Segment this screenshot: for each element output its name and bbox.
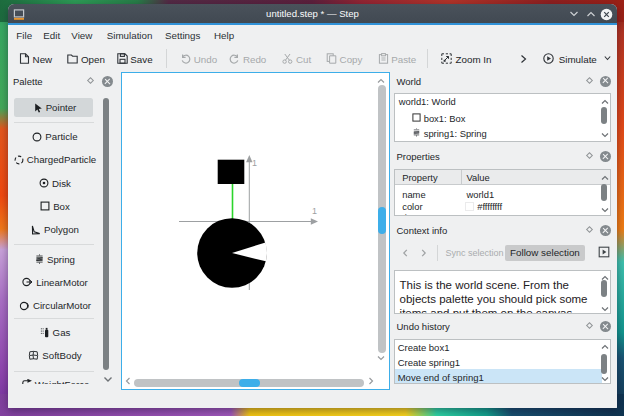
- svg-text:1: 1: [252, 158, 257, 168]
- svg-text:1: 1: [312, 206, 317, 216]
